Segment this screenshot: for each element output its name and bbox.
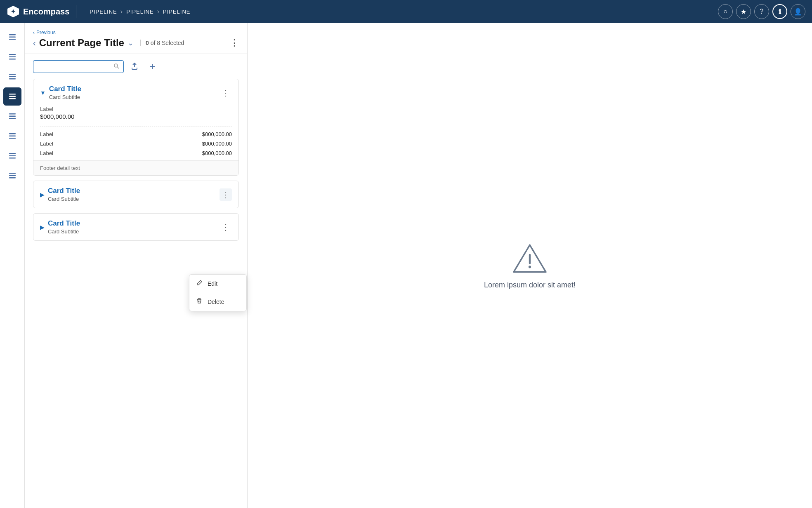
card-1-divider bbox=[40, 127, 232, 127]
context-edit-label: Edit bbox=[208, 280, 217, 287]
svg-rect-3 bbox=[9, 37, 16, 38]
breadcrumb-sep-1: › bbox=[120, 8, 123, 15]
previous-label: Previous bbox=[36, 30, 56, 35]
left-panel: ‹ Previous ‹ Current Page Title ⌄ 0 of 8… bbox=[25, 23, 248, 508]
card-3-menu-button[interactable]: ⋮ bbox=[220, 221, 232, 233]
search-nav-button[interactable]: ○ bbox=[718, 4, 733, 19]
svg-rect-17 bbox=[9, 133, 16, 134]
svg-rect-2 bbox=[9, 34, 16, 35]
info-nav-button[interactable]: ℹ bbox=[772, 4, 787, 19]
svg-rect-25 bbox=[9, 177, 16, 179]
svg-rect-20 bbox=[9, 153, 16, 154]
add-button[interactable] bbox=[145, 59, 160, 74]
svg-point-26 bbox=[114, 64, 118, 67]
page-title: Current Page Title bbox=[39, 37, 124, 49]
card-2-header: ▶ Card Title Card Subtitle ⋮ bbox=[33, 181, 238, 208]
breadcrumb-sep-2: › bbox=[157, 8, 160, 15]
card-3-header: ▶ Card Title Card Subtitle ⋮ bbox=[33, 214, 238, 240]
svg-rect-10 bbox=[9, 78, 16, 80]
card-1-title-area: Card Title Card Subtitle bbox=[49, 85, 216, 100]
card-3-title-area: Card Title Card Subtitle bbox=[48, 219, 216, 235]
search-input[interactable] bbox=[38, 63, 110, 70]
svg-rect-4 bbox=[9, 39, 16, 40]
selected-count: 0 bbox=[146, 40, 149, 46]
context-menu-edit[interactable]: Edit bbox=[189, 275, 246, 293]
card-1-row-1-label: Label bbox=[40, 131, 53, 137]
context-menu-delete[interactable]: Delete bbox=[189, 293, 246, 311]
svg-rect-6 bbox=[9, 56, 16, 58]
svg-rect-16 bbox=[9, 118, 16, 119]
svg-rect-22 bbox=[9, 158, 16, 159]
card-3-chevron-icon[interactable]: ▶ bbox=[40, 224, 45, 230]
card-1-row-3: Label $000,000.00 bbox=[40, 150, 232, 156]
sidebar-item-7[interactable] bbox=[3, 147, 21, 165]
svg-line-27 bbox=[118, 67, 119, 68]
svg-rect-8 bbox=[9, 74, 16, 75]
selected-total: 8 bbox=[157, 40, 160, 46]
breadcrumb-item-3[interactable]: PIPELINE bbox=[163, 9, 191, 15]
svg-rect-12 bbox=[9, 96, 16, 97]
page-title-row: ‹ Current Page Title ⌄ 0 of 8 Selected ⋮ bbox=[33, 37, 239, 54]
card-1-body: Label $000,000.00 Label $000,000.00 Labe… bbox=[33, 106, 238, 160]
card-1-chevron-icon[interactable]: ▼ bbox=[40, 89, 46, 96]
card-1-title: Card Title bbox=[49, 85, 216, 93]
title-dropdown-icon[interactable]: ⌄ bbox=[127, 38, 134, 47]
empty-state-message: Lorem ipsum dolor sit amet! bbox=[484, 281, 576, 289]
card-3: ▶ Card Title Card Subtitle ⋮ bbox=[33, 213, 239, 241]
svg-rect-21 bbox=[9, 155, 16, 157]
card-2: ▶ Card Title Card Subtitle ⋮ bbox=[33, 181, 239, 208]
back-button[interactable]: ‹ bbox=[33, 38, 36, 48]
card-2-title-area: Card Title Card Subtitle bbox=[48, 187, 216, 202]
edit-icon bbox=[196, 280, 203, 288]
sidebar-item-8[interactable] bbox=[3, 167, 21, 185]
card-1-main-field-value: $000,000.00 bbox=[40, 113, 232, 120]
help-nav-button[interactable]: ? bbox=[754, 4, 769, 19]
selected-of: of bbox=[151, 40, 157, 46]
svg-text:✦: ✦ bbox=[11, 8, 16, 15]
card-3-subtitle: Card Subtitle bbox=[48, 228, 216, 235]
sidebar-item-2[interactable] bbox=[3, 48, 21, 66]
sidebar-item-5[interactable] bbox=[3, 107, 21, 125]
card-1-main-value: Label $000,000.00 bbox=[40, 106, 232, 124]
previous-link[interactable]: ‹ Previous bbox=[33, 30, 239, 35]
sidebar-item-3[interactable] bbox=[3, 68, 21, 86]
card-1: ▼ Card Title Card Subtitle ⋮ Label $000,… bbox=[33, 79, 239, 176]
sidebar-item-1[interactable] bbox=[3, 28, 21, 46]
svg-rect-24 bbox=[9, 175, 16, 176]
card-1-row-1-value: $000,000.00 bbox=[202, 131, 232, 137]
breadcrumb: PIPELINE › PIPELINE › PIPELINE bbox=[83, 8, 711, 15]
svg-point-31 bbox=[529, 266, 531, 268]
search-box[interactable] bbox=[33, 60, 124, 73]
sidebar-item-4[interactable] bbox=[3, 87, 21, 106]
page-more-options-button[interactable]: ⋮ bbox=[230, 38, 239, 48]
svg-rect-9 bbox=[9, 76, 16, 78]
right-panel: Lorem ipsum dolor sit amet! bbox=[248, 23, 812, 508]
nav-icons: ○ ★ ? ℹ 👤 bbox=[718, 4, 805, 19]
main-content: ‹ Previous ‹ Current Page Title ⌄ 0 of 8… bbox=[25, 23, 812, 508]
breadcrumb-item-2[interactable]: PIPELINE bbox=[126, 9, 154, 15]
card-1-row-3-value: $000,000.00 bbox=[202, 150, 232, 156]
card-2-chevron-icon[interactable]: ▶ bbox=[40, 191, 45, 198]
svg-rect-14 bbox=[9, 113, 16, 115]
toolbar bbox=[25, 54, 247, 79]
export-button[interactable] bbox=[127, 59, 142, 74]
card-3-title: Card Title bbox=[48, 219, 216, 228]
top-nav: ✦ Encompass PIPELINE › PIPELINE › PIPELI… bbox=[0, 0, 812, 23]
favorites-nav-button[interactable]: ★ bbox=[736, 4, 751, 19]
delete-icon bbox=[196, 298, 203, 306]
back-arrow-icon: ‹ bbox=[33, 30, 35, 35]
card-2-menu-button[interactable]: ⋮ bbox=[220, 188, 232, 201]
card-1-menu-button[interactable]: ⋮ bbox=[220, 87, 232, 99]
user-nav-button[interactable]: 👤 bbox=[791, 4, 805, 19]
svg-rect-7 bbox=[9, 59, 16, 60]
context-menu: Edit Delete bbox=[189, 274, 247, 311]
card-1-header: ▼ Card Title Card Subtitle ⋮ bbox=[33, 79, 238, 106]
svg-rect-23 bbox=[9, 173, 16, 174]
sidebar-item-6[interactable] bbox=[3, 127, 21, 145]
card-1-row-2: Label $000,000.00 bbox=[40, 141, 232, 147]
sidebar bbox=[0, 23, 25, 508]
card-1-row-3-label: Label bbox=[40, 150, 53, 156]
breadcrumb-item-1[interactable]: PIPELINE bbox=[90, 9, 117, 15]
search-icon bbox=[113, 63, 119, 70]
logo-text: Encompass bbox=[23, 7, 69, 16]
